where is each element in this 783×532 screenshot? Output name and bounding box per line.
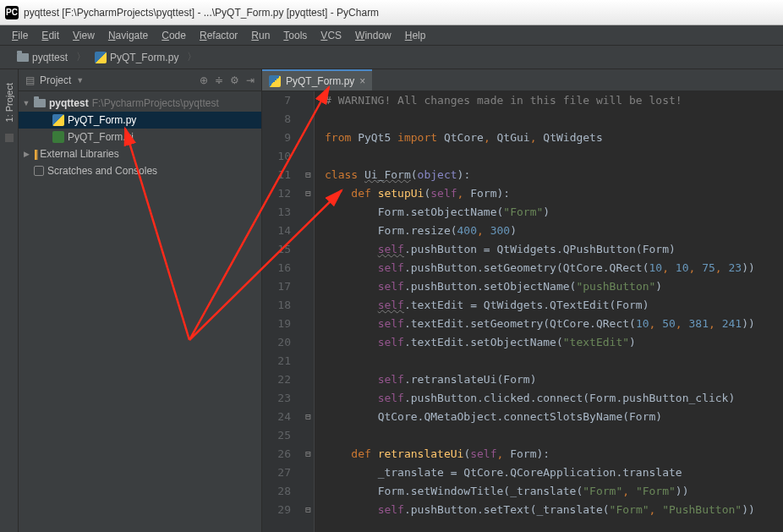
left-tool-rail: 1: Project [0,69,19,532]
menu-run[interactable]: Run [246,28,275,43]
sidebar-header: ▤ Project ▼ ⊕ ≑ ⚙ ⇥ [19,69,261,91]
menu-vcs[interactable]: VCS [315,28,347,43]
code-content[interactable]: # WARNING! All changes made in this file… [315,91,783,532]
tree-scratches[interactable]: Scratches and Consoles [19,162,261,179]
line-number-gutter: 7891011121314151617181920212223242526272… [262,91,303,532]
project-tree[interactable]: ▼ pyqttest F:\PycharmProjects\pyqttest P… [19,91,261,183]
breadcrumb-project[interactable]: pyqttest [12,52,73,63]
breadcrumb-file[interactable]: PyQT_Form.py [90,52,183,63]
editor-tab-active[interactable]: PyQT_Form.py × [262,69,372,90]
code-editor[interactable]: 7891011121314151617181920212223242526272… [262,91,783,532]
ui-file-icon [52,131,64,143]
scratches-icon [34,166,44,176]
menu-tools[interactable]: Tools [278,28,312,43]
target-icon[interactable]: ⊕ [200,74,208,86]
editor-area: PyQT_Form.py × 7891011121314151617181920… [262,69,783,532]
menu-edit[interactable]: Edit [36,28,64,43]
tree-root-name: pyqttest [49,97,89,109]
editor-tab-label: PyQT_Form.py [286,75,354,87]
folder-icon [34,99,46,107]
tree-external-label: External Libraries [40,148,118,160]
editor-tabbar: PyQT_Form.py × [262,69,783,91]
menu-window[interactable]: Window [350,28,397,43]
project-tool-tab[interactable]: 1: Project [3,76,16,129]
menu-refactor[interactable]: Refactor [194,28,243,43]
menu-file[interactable]: File [7,28,33,43]
tree-scratches-label: Scratches and Consoles [47,165,157,177]
python-file-icon [269,75,281,87]
window-titlebar: PC pyqttest [F:\PycharmProjects\pyqttest… [0,0,783,25]
close-tab-icon[interactable]: × [359,75,365,87]
expand-arrow-icon[interactable]: ▶ [22,150,30,158]
fold-gutter[interactable]: ⊟⊟⊟⊟⊟ [303,91,315,532]
tree-root-path: F:\PycharmProjects\pyqttest [92,97,219,109]
app-icon: PC [5,6,19,19]
breadcrumb-separator: 〉 [187,50,197,64]
tree-external-libs[interactable]: ▶ ||| External Libraries [19,145,261,162]
collapse-icon[interactable]: ≑ [215,74,223,86]
menu-help[interactable]: Help [400,28,431,43]
chevron-down-icon[interactable]: ▼ [76,76,84,85]
python-file-icon [52,114,64,126]
sidebar-title[interactable]: Project [40,74,71,86]
tree-file[interactable]: PyQT_Form.ui [19,129,261,145]
menu-code[interactable]: Code [156,28,191,43]
breadcrumb-separator: 〉 [76,50,86,64]
python-file-icon [95,52,107,63]
tree-file-selected[interactable]: PyQT_Form.py [19,112,261,129]
menu-view[interactable]: View [68,28,100,43]
sidebar-view-icon: ▤ [25,74,35,86]
structure-tool-icon[interactable] [5,134,14,142]
breadcrumb-project-label: pyqttest [32,52,68,63]
library-icon: ||| [34,148,36,160]
project-sidebar: ▤ Project ▼ ⊕ ≑ ⚙ ⇥ ▼ pyqttest F:\Pychar… [19,69,262,532]
expand-arrow-icon[interactable]: ▼ [22,99,30,107]
breadcrumb-file-label: PyQT_Form.py [110,52,178,63]
tree-root[interactable]: ▼ pyqttest F:\PycharmProjects\pyqttest [19,95,261,112]
hide-icon[interactable]: ⇥ [246,74,255,86]
window-title: pyqttest [F:\PycharmProjects\pyqttest] -… [24,7,379,19]
menu-navigate[interactable]: Navigate [103,28,153,43]
gear-icon[interactable]: ⚙ [230,74,239,86]
tree-file-label: PyQT_Form.py [68,114,136,126]
tree-file-label: PyQT_Form.ui [68,131,134,143]
menu-bar: FileEditViewNavigateCodeRefactorRunTools… [0,25,783,46]
breadcrumb-bar: pyqttest 〉 PyQT_Form.py 〉 [0,46,783,69]
folder-icon [17,53,29,62]
